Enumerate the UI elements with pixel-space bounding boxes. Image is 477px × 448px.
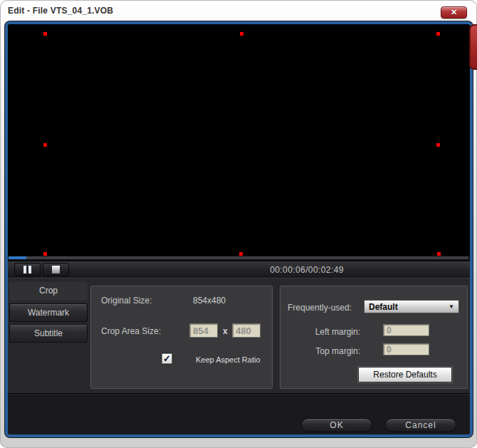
- time-display: 00:00:06/00:02:49: [243, 261, 371, 278]
- cancel-button[interactable]: Cancel: [385, 418, 456, 432]
- titlebar[interactable]: Edit - File VTS_04_1.VOB ✕: [0, 0, 477, 21]
- keep-aspect-label: Keep Aspect Ratio: [196, 355, 261, 364]
- progress-fill: [9, 256, 26, 259]
- tab-watermark[interactable]: Watermark: [9, 303, 88, 322]
- crop-handle[interactable]: [240, 32, 243, 36]
- stop-button[interactable]: [43, 263, 69, 276]
- tab-watermark-label: Watermark: [28, 308, 69, 318]
- top-margin-input[interactable]: [383, 343, 429, 355]
- video-area[interactable]: [8, 24, 470, 256]
- crop-handle[interactable]: [43, 32, 47, 36]
- ok-button[interactable]: OK: [301, 418, 372, 432]
- crop-size-panel: Original Size: 854x480 Crop Area Size: x…: [90, 286, 273, 389]
- pause-icon: [23, 266, 31, 274]
- frequently-used-value: Default: [365, 302, 449, 312]
- close-button[interactable]: ✕: [441, 6, 467, 19]
- original-size-value: 854x480: [193, 296, 226, 306]
- frequently-used-dropdown[interactable]: Default ▼: [364, 300, 459, 313]
- window-title: Edit - File VTS_04_1.VOB: [8, 6, 113, 16]
- left-margin-input[interactable]: [383, 324, 429, 336]
- crop-area-size-label: Crop Area Size:: [101, 326, 161, 336]
- playback-control-bar: 00:00:06/00:02:49: [8, 261, 470, 278]
- close-icon: ✕: [451, 8, 457, 16]
- seek-bar[interactable]: [8, 256, 470, 261]
- seek-track[interactable]: [9, 256, 468, 259]
- stop-icon: [52, 266, 60, 274]
- checkmark-icon: ✓: [163, 353, 171, 364]
- crop-handle[interactable]: [436, 32, 440, 36]
- keep-aspect-checkbox[interactable]: ✓: [162, 353, 172, 364]
- tab-subtitle[interactable]: Subtitle: [9, 324, 88, 343]
- margin-panel: Frequently-used: Default ▼ Left margin: …: [280, 286, 468, 389]
- crop-height-input[interactable]: [232, 323, 261, 338]
- size-separator: x: [223, 326, 228, 336]
- original-size-label: Original Size:: [101, 296, 152, 306]
- tab-crop-label: Crop: [39, 286, 58, 296]
- side-flyout-tab[interactable]: [469, 24, 477, 70]
- crop-width-input[interactable]: [189, 323, 218, 338]
- edit-dialog-window: Edit - File VTS_04_1.VOB ✕ 00:00:06/00:0…: [0, 0, 477, 448]
- edit-settings-section: Crop Watermark Subtitle Original Size: 8…: [8, 278, 470, 393]
- left-margin-label: Left margin:: [302, 327, 360, 337]
- pause-button[interactable]: [14, 263, 41, 276]
- crop-handle[interactable]: [436, 143, 440, 147]
- tab-subtitle-label: Subtitle: [34, 328, 63, 338]
- footer: OK Cancel: [8, 393, 470, 434]
- tab-crop[interactable]: Crop: [9, 282, 88, 301]
- top-margin-label: Top margin:: [302, 346, 360, 356]
- crop-handle[interactable]: [43, 143, 47, 147]
- chevron-down-icon: ▼: [449, 303, 458, 310]
- client-area: 00:00:06/00:02:49 Crop Watermark Subtitl…: [5, 21, 473, 437]
- frequently-used-label: Frequently-used:: [288, 303, 352, 313]
- restore-defaults-button[interactable]: Restore Defaults: [358, 367, 452, 382]
